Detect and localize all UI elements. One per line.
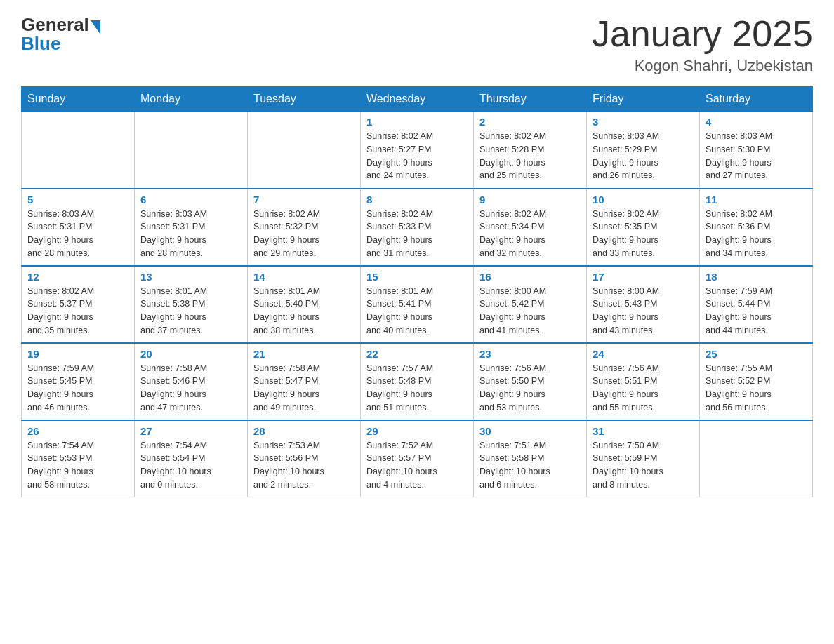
calendar-cell: 24Sunrise: 7:56 AMSunset: 5:51 PMDayligh… xyxy=(587,343,700,420)
calendar-title: January 2025 xyxy=(592,14,813,54)
calendar-cell xyxy=(700,420,813,497)
calendar-week-row: 19Sunrise: 7:59 AMSunset: 5:45 PMDayligh… xyxy=(22,343,813,420)
calendar-cell: 16Sunrise: 8:00 AMSunset: 5:42 PMDayligh… xyxy=(474,266,587,343)
day-info: Sunrise: 8:02 AMSunset: 5:35 PMDaylight:… xyxy=(593,208,694,260)
calendar-table: SundayMondayTuesdayWednesdayThursdayFrid… xyxy=(21,86,813,497)
calendar-cell: 26Sunrise: 7:54 AMSunset: 5:53 PMDayligh… xyxy=(22,420,135,497)
calendar-cell xyxy=(135,112,248,189)
day-number: 1 xyxy=(366,116,468,128)
day-number: 24 xyxy=(593,348,694,360)
calendar-cell: 25Sunrise: 7:55 AMSunset: 5:52 PMDayligh… xyxy=(700,343,813,420)
day-info: Sunrise: 8:03 AMSunset: 5:31 PMDaylight:… xyxy=(27,208,128,260)
day-info: Sunrise: 8:02 AMSunset: 5:27 PMDaylight:… xyxy=(366,130,468,182)
day-number: 31 xyxy=(593,425,694,437)
calendar-cell: 30Sunrise: 7:51 AMSunset: 5:58 PMDayligh… xyxy=(474,420,587,497)
day-info: Sunrise: 8:02 AMSunset: 5:33 PMDaylight:… xyxy=(366,208,468,260)
day-number: 10 xyxy=(593,194,694,206)
day-number: 6 xyxy=(140,194,241,206)
calendar-cell: 22Sunrise: 7:57 AMSunset: 5:48 PMDayligh… xyxy=(361,343,474,420)
day-info: Sunrise: 8:00 AMSunset: 5:43 PMDaylight:… xyxy=(593,285,694,337)
day-number: 12 xyxy=(27,271,128,283)
column-header-thursday: Thursday xyxy=(474,87,587,112)
day-number: 26 xyxy=(27,425,128,437)
day-number: 22 xyxy=(366,348,468,360)
day-info: Sunrise: 7:51 AMSunset: 5:58 PMDaylight:… xyxy=(479,439,581,492)
day-info: Sunrise: 8:01 AMSunset: 5:38 PMDaylight:… xyxy=(140,285,241,337)
calendar-cell: 27Sunrise: 7:54 AMSunset: 5:54 PMDayligh… xyxy=(135,420,248,497)
day-number: 30 xyxy=(479,425,581,437)
calendar-cell: 12Sunrise: 8:02 AMSunset: 5:37 PMDayligh… xyxy=(22,266,135,343)
day-info: Sunrise: 8:02 AMSunset: 5:37 PMDaylight:… xyxy=(27,285,128,337)
day-info: Sunrise: 7:59 AMSunset: 5:44 PMDaylight:… xyxy=(706,285,807,337)
calendar-cell: 31Sunrise: 7:50 AMSunset: 5:59 PMDayligh… xyxy=(587,420,700,497)
day-number: 14 xyxy=(253,271,355,283)
calendar-cell: 8Sunrise: 8:02 AMSunset: 5:33 PMDaylight… xyxy=(361,189,474,266)
column-header-saturday: Saturday xyxy=(700,87,813,112)
calendar-cell: 18Sunrise: 7:59 AMSunset: 5:44 PMDayligh… xyxy=(700,266,813,343)
day-number: 19 xyxy=(27,348,128,360)
day-info: Sunrise: 7:54 AMSunset: 5:53 PMDaylight:… xyxy=(27,439,128,492)
day-info: Sunrise: 7:58 AMSunset: 5:46 PMDaylight:… xyxy=(140,362,241,415)
calendar-cell: 11Sunrise: 8:02 AMSunset: 5:36 PMDayligh… xyxy=(700,189,813,266)
day-info: Sunrise: 7:54 AMSunset: 5:54 PMDaylight:… xyxy=(140,439,241,492)
calendar-cell xyxy=(22,112,135,189)
day-number: 23 xyxy=(479,348,581,360)
calendar-cell: 23Sunrise: 7:56 AMSunset: 5:50 PMDayligh… xyxy=(474,343,587,420)
calendar-cell: 14Sunrise: 8:01 AMSunset: 5:40 PMDayligh… xyxy=(248,266,361,343)
day-info: Sunrise: 7:55 AMSunset: 5:52 PMDaylight:… xyxy=(706,362,807,415)
page-header: General Blue January 2025 Kogon Shahri, … xyxy=(21,14,813,75)
logo-triangle-icon xyxy=(91,20,100,34)
calendar-cell: 17Sunrise: 8:00 AMSunset: 5:43 PMDayligh… xyxy=(587,266,700,343)
day-info: Sunrise: 7:56 AMSunset: 5:50 PMDaylight:… xyxy=(479,362,581,415)
column-header-friday: Friday xyxy=(587,87,700,112)
calendar-cell xyxy=(248,112,361,189)
column-header-tuesday: Tuesday xyxy=(248,87,361,112)
day-number: 2 xyxy=(479,116,581,128)
day-info: Sunrise: 8:00 AMSunset: 5:42 PMDaylight:… xyxy=(479,285,581,337)
calendar-cell: 20Sunrise: 7:58 AMSunset: 5:46 PMDayligh… xyxy=(135,343,248,420)
calendar-cell: 6Sunrise: 8:03 AMSunset: 5:31 PMDaylight… xyxy=(135,189,248,266)
day-number: 16 xyxy=(479,271,581,283)
day-info: Sunrise: 7:57 AMSunset: 5:48 PMDaylight:… xyxy=(366,362,468,415)
day-number: 8 xyxy=(366,194,468,206)
day-info: Sunrise: 8:03 AMSunset: 5:29 PMDaylight:… xyxy=(593,130,694,182)
calendar-cell: 4Sunrise: 8:03 AMSunset: 5:30 PMDaylight… xyxy=(700,112,813,189)
day-info: Sunrise: 7:52 AMSunset: 5:57 PMDaylight:… xyxy=(366,439,468,492)
day-number: 20 xyxy=(140,348,241,360)
column-header-monday: Monday xyxy=(135,87,248,112)
calendar-cell: 1Sunrise: 8:02 AMSunset: 5:27 PMDaylight… xyxy=(361,112,474,189)
day-info: Sunrise: 7:53 AMSunset: 5:56 PMDaylight:… xyxy=(253,439,355,492)
calendar-week-row: 1Sunrise: 8:02 AMSunset: 5:27 PMDaylight… xyxy=(22,112,813,189)
day-info: Sunrise: 7:50 AMSunset: 5:59 PMDaylight:… xyxy=(593,439,694,492)
day-info: Sunrise: 8:02 AMSunset: 5:32 PMDaylight:… xyxy=(253,208,355,260)
calendar-cell: 9Sunrise: 8:02 AMSunset: 5:34 PMDaylight… xyxy=(474,189,587,266)
day-info: Sunrise: 8:03 AMSunset: 5:31 PMDaylight:… xyxy=(140,208,241,260)
column-header-sunday: Sunday xyxy=(22,87,135,112)
day-number: 9 xyxy=(479,194,581,206)
calendar-week-row: 12Sunrise: 8:02 AMSunset: 5:37 PMDayligh… xyxy=(22,266,813,343)
day-info: Sunrise: 8:02 AMSunset: 5:28 PMDaylight:… xyxy=(479,130,581,182)
day-number: 11 xyxy=(706,194,807,206)
calendar-cell: 10Sunrise: 8:02 AMSunset: 5:35 PMDayligh… xyxy=(587,189,700,266)
day-number: 15 xyxy=(366,271,468,283)
day-number: 17 xyxy=(593,271,694,283)
calendar-cell: 2Sunrise: 8:02 AMSunset: 5:28 PMDaylight… xyxy=(474,112,587,189)
day-info: Sunrise: 7:58 AMSunset: 5:47 PMDaylight:… xyxy=(253,362,355,415)
day-number: 13 xyxy=(140,271,241,283)
day-number: 3 xyxy=(593,116,694,128)
day-info: Sunrise: 7:59 AMSunset: 5:45 PMDaylight:… xyxy=(27,362,128,415)
day-info: Sunrise: 8:01 AMSunset: 5:41 PMDaylight:… xyxy=(366,285,468,337)
day-number: 27 xyxy=(140,425,241,437)
calendar-cell: 5Sunrise: 8:03 AMSunset: 5:31 PMDaylight… xyxy=(22,189,135,266)
calendar-cell: 15Sunrise: 8:01 AMSunset: 5:41 PMDayligh… xyxy=(361,266,474,343)
calendar-cell: 7Sunrise: 8:02 AMSunset: 5:32 PMDaylight… xyxy=(248,189,361,266)
day-number: 7 xyxy=(253,194,355,206)
day-info: Sunrise: 8:01 AMSunset: 5:40 PMDaylight:… xyxy=(253,285,355,337)
logo-blue-text: Blue xyxy=(21,33,60,55)
day-number: 4 xyxy=(706,116,807,128)
day-info: Sunrise: 8:03 AMSunset: 5:30 PMDaylight:… xyxy=(706,130,807,182)
column-header-wednesday: Wednesday xyxy=(361,87,474,112)
day-number: 25 xyxy=(706,348,807,360)
day-number: 5 xyxy=(27,194,128,206)
day-number: 29 xyxy=(366,425,468,437)
